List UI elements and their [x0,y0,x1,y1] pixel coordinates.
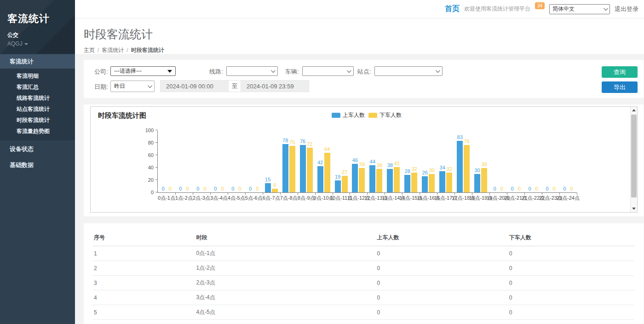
bar-下车人数[interactable] [394,167,400,192]
bar-上车人数[interactable] [369,165,375,192]
bar-group: 0 [254,131,260,192]
bar-上车人数[interactable] [387,169,393,192]
bar-下车人数[interactable] [359,168,365,192]
bar-上车人数[interactable] [265,183,271,192]
bar-下车人数[interactable] [446,173,452,192]
bar-上车人数[interactable] [317,166,323,192]
company-select[interactable]: ---请选择--- [110,66,176,76]
table-header-row: 序号时段上车人数下车人数 [93,230,634,246]
page-heading: 时段客流统计 主页/客流统计/时段客流统计 [75,18,644,54]
sidebar-subitem-3[interactable]: 站点客流统计 [0,104,75,115]
chart-vertical-scrollbar[interactable] [630,107,637,212]
chart-category-7: 78757点-8点 [280,131,298,192]
bar-下车人数[interactable] [464,145,470,192]
scrollbar-thumb[interactable] [631,115,637,197]
breadcrumb-item-1[interactable]: 客流统计 [102,47,124,53]
bar-group: 19 [335,131,341,192]
bar-value-label: 46 [352,157,358,163]
table-cell: 4 [93,290,195,305]
table-row: 10点-1点00 [93,246,634,261]
x-axis-label: 23点-24点 [551,195,586,202]
legend-swatch-icon [368,113,377,118]
station-select[interactable] [374,66,443,76]
bar-group: 32 [446,131,452,192]
sidebar-item-0[interactable]: 客流统计 [0,54,75,69]
bar-group: 0 [551,131,557,192]
scroll-up-arrow-icon[interactable] [631,107,637,114]
breadcrumb-separator: / [126,47,128,53]
legend-swatch-icon [332,113,340,118]
export-button[interactable]: 导出 [602,81,638,93]
user-dropdown[interactable]: AQGJ [7,40,68,47]
sidebar-subitem-2[interactable]: 线路客流统计 [0,93,75,104]
table-column-header: 下车人数 [508,230,634,246]
bar-value-label: 72 [307,141,312,147]
bar-下车人数[interactable] [481,168,487,192]
bar-group: 26 [422,131,428,192]
bar-下车人数[interactable] [307,148,313,192]
bar-上车人数[interactable] [404,175,410,192]
sidebar-subitem-1[interactable]: 客流汇总 [0,81,75,93]
bar-下车人数[interactable] [376,169,382,192]
vehicle-select[interactable] [302,66,354,76]
bar-group: 39 [481,131,487,192]
bar-value-label: 0 [231,186,234,192]
bar-下车人数[interactable] [342,176,348,192]
bar-上车人数[interactable] [474,174,480,193]
bar-上车人数[interactable] [457,141,463,192]
line-select[interactable] [226,66,278,76]
date-preset-select[interactable]: 昨日 [110,81,155,92]
bar-value-label: 78 [282,138,288,144]
language-select[interactable]: 简体中文 [549,4,610,14]
search-button[interactable]: 查询 [602,66,638,78]
sidebar-subitem-5[interactable]: 客流量趋势图 [0,126,75,137]
bar-下车人数[interactable] [289,146,295,192]
bar-上车人数[interactable] [300,145,306,192]
legend-item-0[interactable]: 上车人数 [332,111,365,119]
bar-value-label: 75 [289,139,295,145]
sidebar-item-1[interactable]: 设备状态 [0,141,75,156]
bar-group: 0 [569,131,575,192]
bar-上车人数[interactable] [439,171,445,192]
table-cell: 0 [376,276,508,290]
scroll-down-arrow-icon[interactable] [631,205,637,212]
sidebar-menu: 客流统计客流明细客流汇总线路客流统计站点客流统计时段客流统计客流量趋势图设备状态… [0,54,75,173]
data-table: 序号时段上车人数下车人数 10点-1点0021点-2点0032点-3点0043点… [93,230,634,324]
table-cell: 0 [508,305,634,320]
breadcrumb-item-0[interactable]: 主页 [84,47,95,53]
bar-value-label: 0 [528,186,531,192]
bar-value-label: 26 [422,170,428,176]
bar-下车人数[interactable] [429,174,435,193]
bar-上车人数[interactable] [422,176,428,192]
date-from-input[interactable]: 2024-01-09 00:00 [161,81,228,92]
bar-group: 41 [394,131,400,192]
chart-category-1: 001点-2点 [175,131,193,192]
date-to-input[interactable]: 2024-01-09 23:59 [241,81,309,92]
bar-上车人数[interactable] [282,144,288,192]
bar-上车人数[interactable] [335,180,341,192]
bar-group: 72 [307,131,313,192]
bar-value-label: 0 [179,186,182,192]
sidebar-subitem-4[interactable]: 时段客流统计 [0,115,75,126]
content-area: 公司: ---请选择--- 线路: 车辆: 站点: 日期: 昨日 2024-01… [75,54,644,324]
sidebar-subitem-0[interactable]: 客流明细 [0,70,75,81]
station-label: 站点: [357,68,371,76]
bar-group: 0 [509,131,515,192]
date-range-separator: 至 [228,81,241,92]
bar-下车人数[interactable] [411,173,417,192]
bar-下车人数[interactable] [324,153,330,192]
logout-link[interactable]: 退出登录 [615,5,638,13]
sidebar-item-2[interactable]: 基础数据 [0,157,75,173]
home-link[interactable]: 首页 [445,4,460,14]
bar-value-label: 30 [429,168,435,174]
bar-group: 42 [317,131,323,192]
app-brand: 客流统计 [7,12,68,26]
bar-下车人数[interactable] [272,189,278,192]
table-cell: 6 [93,320,195,324]
legend-item-1[interactable]: 下车人数 [368,111,402,119]
table-column-header: 上车人数 [376,230,508,246]
chart-panel: 时段车流统计图 上车人数下车人数 020406080100000点-1点001点… [84,104,644,216]
y-axis-tick-label: 100 [145,127,154,133]
bar-value-label: 0 [518,186,520,192]
bar-上车人数[interactable] [352,164,358,192]
